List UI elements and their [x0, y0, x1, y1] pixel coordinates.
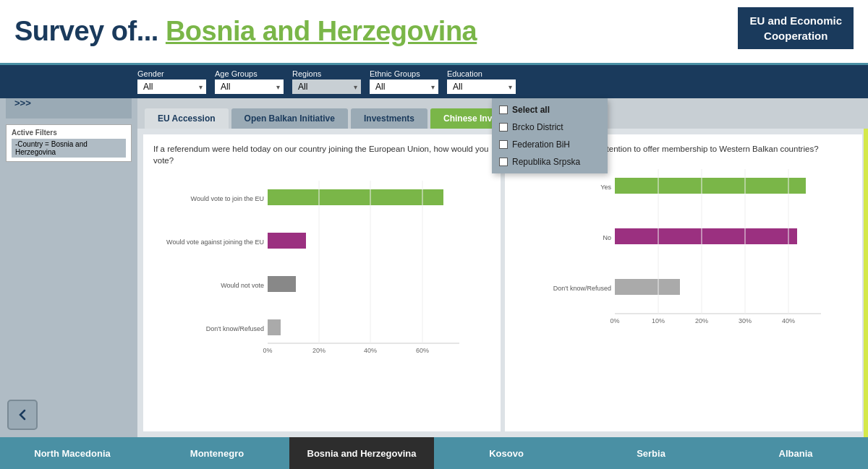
gender-label: Gender — [137, 69, 206, 78]
svg-text:0%: 0% — [263, 347, 272, 354]
dropdown-federation[interactable]: Federation BiH — [492, 136, 608, 153]
svg-rect-24 — [615, 228, 797, 244]
federation-label: Federation BiH — [512, 139, 570, 150]
header-title: Survey of... Bosnia and Herzegovina — [14, 16, 477, 47]
svg-text:20%: 20% — [695, 317, 708, 324]
svg-text:40%: 40% — [782, 317, 795, 324]
nav-kosovo[interactable]: Kosovo — [434, 437, 579, 469]
svg-text:15%: 15% — [684, 285, 697, 292]
age-label: Age Groups — [215, 69, 284, 78]
svg-text:40%: 40% — [364, 347, 377, 354]
bottom-nav: North Macedonia Montenegro Bosnia and He… — [0, 437, 868, 469]
svg-text:Would vote against joining the: Would vote against joining the EU — [166, 238, 264, 246]
svg-text:Don't know/Refused: Don't know/Refused — [206, 325, 264, 332]
svg-text:5%: 5% — [284, 325, 293, 332]
regions-dropdown[interactable]: Select all Brcko District Federation BiH… — [492, 98, 608, 173]
header: Survey of... Bosnia and Herzegovina EU a… — [0, 0, 868, 65]
nav-montenegro[interactable]: Montenegro — [145, 437, 289, 469]
back-icon — [14, 407, 30, 423]
age-select-wrapper[interactable]: All — [215, 79, 284, 94]
title-country: Bosnia and Herzegovina — [166, 16, 477, 46]
sidebar: Table of Contents >>> Active Filters -Co… — [0, 65, 137, 437]
education-filter: Education All — [447, 69, 516, 94]
regions-filter: Regions All — [292, 69, 361, 94]
age-select[interactable]: All — [215, 79, 284, 94]
chart-1: If a referendum were held today on our c… — [143, 134, 501, 431]
nav-serbia[interactable]: Serbia — [579, 437, 723, 469]
tab-eu-accession[interactable]: EU Accession — [145, 108, 229, 129]
svg-text:20%: 20% — [312, 347, 326, 354]
svg-rect-4 — [268, 233, 306, 249]
accent-bar — [864, 129, 868, 437]
dropdown-select-all[interactable]: Select all — [492, 101, 608, 119]
active-filters-box: Active Filters -Country = Bosnia and Her… — [6, 124, 132, 162]
gender-select[interactable]: All — [137, 79, 206, 94]
svg-text:Don't know/Refused: Don't know/Refused — [553, 285, 611, 292]
svg-text:Yes: Yes — [600, 184, 611, 191]
svg-text:Would not vote: Would not vote — [221, 282, 264, 289]
regions-label: Regions — [292, 69, 361, 78]
title-prefix: Survey of... — [14, 16, 158, 46]
svg-text:60%: 60% — [416, 347, 429, 354]
brcko-label: Brcko District — [512, 122, 563, 132]
svg-text:44%: 44% — [809, 184, 822, 191]
dropdown-brcko[interactable]: Brcko District — [492, 119, 608, 136]
chart-2: Is the EU serious in its intention to of… — [505, 134, 862, 431]
tab-investments[interactable]: Investments — [351, 108, 427, 129]
ethnic-filter: Ethnic Groups All — [370, 69, 438, 94]
education-label: Education — [447, 69, 516, 78]
chart1-svg: Would vote to join the EU 68% Would vote… — [153, 173, 490, 361]
chart1-question: If a referendum were held today on our c… — [153, 143, 490, 166]
svg-text:68%: 68% — [446, 195, 459, 202]
federation-checkbox[interactable] — [499, 140, 508, 149]
age-filter: Age Groups All — [215, 69, 284, 94]
svg-text:11%: 11% — [299, 282, 312, 289]
svg-text:42%: 42% — [801, 234, 814, 241]
education-select[interactable]: All — [447, 79, 516, 94]
regions-select[interactable]: All — [292, 79, 361, 94]
dropdown-republika[interactable]: Republika Srpska — [492, 153, 608, 171]
svg-rect-1 — [268, 189, 443, 205]
svg-text:30%: 30% — [739, 317, 752, 324]
charts-area: If a referendum were held today on our c… — [137, 129, 868, 437]
tab-open-balkan[interactable]: Open Balkan Initiative — [231, 108, 348, 129]
republika-checkbox[interactable] — [499, 158, 508, 166]
nav-albania[interactable]: Albania — [723, 437, 868, 469]
svg-text:Would vote to join the EU: Would vote to join the EU — [191, 195, 264, 202]
filter-bar: Gender All Age Groups All Regions All — [0, 65, 868, 98]
svg-rect-27 — [615, 279, 680, 295]
gender-select-wrapper[interactable]: All — [137, 79, 206, 94]
ethnic-select[interactable]: All — [370, 79, 438, 94]
republika-label: Republika Srpska — [512, 157, 580, 167]
nav-north-macedonia[interactable]: North Macedonia — [0, 437, 145, 469]
regions-select-wrapper[interactable]: All — [292, 79, 361, 94]
svg-text:15%: 15% — [309, 238, 322, 246]
svg-rect-7 — [268, 276, 296, 292]
ethnic-label: Ethnic Groups — [370, 69, 438, 78]
svg-text:0%: 0% — [610, 317, 619, 324]
gender-filter: Gender All — [137, 69, 206, 94]
chart2-svg: Yes 44% No 42% Don't know/Refused 15% 0%… — [515, 162, 852, 350]
back-button[interactable] — [7, 400, 38, 430]
select-all-label: Select all — [512, 105, 550, 115]
brcko-checkbox[interactable] — [499, 123, 508, 132]
svg-rect-21 — [615, 178, 806, 194]
toc-arrow: >>> — [14, 98, 123, 108]
filter-tag: -Country = Bosnia and Herzegovina — [12, 139, 126, 158]
active-filters-title: Active Filters — [12, 129, 126, 137]
select-all-checkbox[interactable] — [499, 106, 508, 114]
svg-rect-10 — [268, 319, 281, 335]
ethnic-select-wrapper[interactable]: All — [370, 79, 438, 94]
header-logo: EU and Economic Cooperation — [738, 7, 854, 49]
svg-text:10%: 10% — [652, 317, 665, 324]
nav-bosnia[interactable]: Bosnia and Herzegovina — [289, 437, 434, 469]
page: Survey of... Bosnia and Herzegovina EU a… — [0, 0, 868, 469]
svg-text:No: No — [603, 234, 611, 241]
education-select-wrapper[interactable]: All — [447, 79, 516, 94]
